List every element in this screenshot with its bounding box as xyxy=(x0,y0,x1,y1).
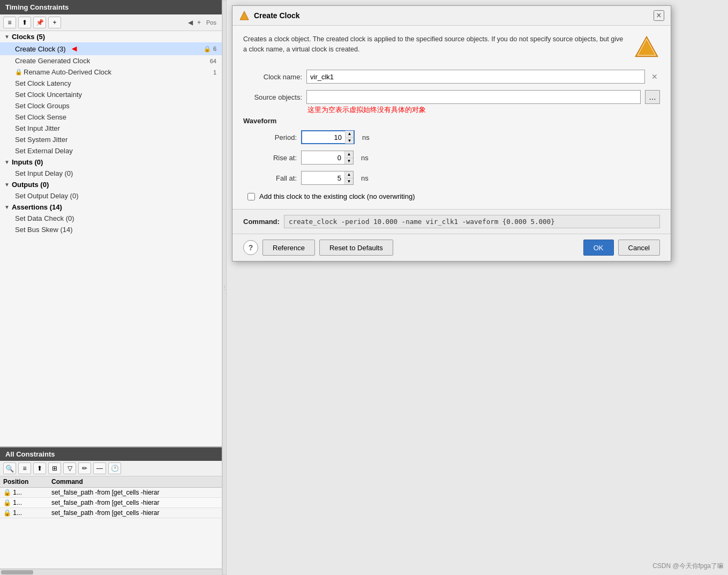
lock-icon: 🔒 xyxy=(204,46,211,53)
scroll-right-button[interactable]: + xyxy=(196,18,202,27)
footer-left: ? Reference Reset to Defaults xyxy=(243,240,393,256)
help-button[interactable]: ? xyxy=(243,240,258,255)
expand-button[interactable]: ⬆ xyxy=(33,462,46,474)
filter2-button[interactable]: ▽ xyxy=(63,462,76,474)
period-down-button[interactable]: ▼ xyxy=(345,138,354,144)
tree-item-set-external-delay[interactable]: Set External Delay xyxy=(0,145,222,156)
scroll-left-button[interactable]: ◀ xyxy=(187,18,194,27)
fall-spinbox[interactable]: ▲ ▼ xyxy=(301,171,354,185)
period-up-button[interactable]: ▲ xyxy=(345,131,354,138)
rise-spinbox[interactable]: ▲ ▼ xyxy=(301,151,354,165)
tree-item-label: Set External Delay xyxy=(15,147,73,155)
bottom-toolbar: 🔍 ≡ ⬆ ⊞ ▽ ✏ — 🕐 xyxy=(0,461,222,476)
waveform-section: Waveform Period: ▲ ▼ ns xyxy=(243,117,660,185)
footer-right: OK Cancel xyxy=(583,240,660,256)
cell-command: set_false_path -from [get_cells -hierar xyxy=(48,508,222,518)
horizontal-scrollbar[interactable] xyxy=(0,569,222,575)
chevron-icon: ▼ xyxy=(4,182,10,188)
dialog-body: Creates a clock object. The created cloc… xyxy=(232,26,671,209)
clock-name-row: Clock name: ✕ xyxy=(243,70,660,84)
scrollbar-thumb[interactable] xyxy=(1,570,33,574)
fall-down-button[interactable]: ▼ xyxy=(344,178,353,185)
rise-down-button[interactable]: ▼ xyxy=(344,158,353,165)
pin-button[interactable]: 📌 xyxy=(33,17,46,28)
vertical-splitter[interactable]: ⋮ xyxy=(222,0,227,575)
tree-item-set-clock-groups[interactable]: Set Clock Groups xyxy=(0,100,222,111)
inputs-label: Inputs (0) xyxy=(12,158,43,166)
tree-item-set-clock-uncertainty[interactable]: Set Clock Uncertainty xyxy=(0,89,222,100)
reference-button[interactable]: Reference xyxy=(262,240,315,256)
filter-button[interactable]: ⊞ xyxy=(48,462,61,474)
source-objects-row: Source objects: … 这里为空表示虚拟始终没有具体的对象 xyxy=(243,90,660,104)
tree-item-label: Set Clock Latency xyxy=(15,79,71,87)
table-row[interactable]: 🔒 1... set_false_path -from [get_cells -… xyxy=(0,488,222,498)
tree-category-inputs[interactable]: ▼ Inputs (0) xyxy=(0,156,222,168)
create-clock-dialog: Create Clock × Creates a clock object. T… xyxy=(232,5,671,262)
period-spinbox[interactable]: ▲ ▼ xyxy=(301,130,355,144)
outputs-label: Outputs (0) xyxy=(12,181,49,189)
fall-up-button[interactable]: ▲ xyxy=(344,171,353,178)
edit-button[interactable]: ✏ xyxy=(78,462,91,474)
fall-arrows: ▲ ▼ xyxy=(344,171,353,184)
rise-arrows: ▲ ▼ xyxy=(344,151,353,164)
col-command: Command xyxy=(48,476,222,488)
rise-row: Rise at: ▲ ▼ ns xyxy=(254,151,660,165)
tree-scroll: ▼ Clocks (5) Create Clock (3) ◄ 🔒 6 Crea… xyxy=(0,31,222,446)
tree-item-label: Set System Jitter xyxy=(15,136,67,144)
tree-item-label: Set Clock Groups xyxy=(15,102,70,110)
table-row[interactable]: 🔒 1... set_false_path -from [get_cells -… xyxy=(0,498,222,508)
tree-item-label: Set Input Delay (0) xyxy=(15,169,73,177)
tree-item-create-clock[interactable]: Create Clock (3) ◄ 🔒 6 xyxy=(0,42,222,55)
dialog-close-button[interactable]: × xyxy=(654,10,664,21)
panel-toolbar: ≡ ⬆ 📌 + ◀ + Pos xyxy=(0,14,222,31)
expand-all-button[interactable]: ⬆ xyxy=(18,17,31,28)
add-clock-checkbox[interactable] xyxy=(247,193,255,200)
cancel-button[interactable]: Cancel xyxy=(618,240,660,256)
chevron-icon: ▼ xyxy=(4,204,10,210)
tree-item-set-system-jitter[interactable]: Set System Jitter xyxy=(0,134,222,145)
rise-up-button[interactable]: ▲ xyxy=(344,151,353,158)
watermark: CSDN @今天你fpga了嘛 xyxy=(652,562,724,571)
ok-button[interactable]: OK xyxy=(583,240,614,256)
tree-item-set-input-jitter[interactable]: Set Input Jitter xyxy=(0,123,222,134)
rise-input[interactable] xyxy=(302,151,344,164)
fall-input[interactable] xyxy=(302,171,344,184)
vivado-icon xyxy=(239,10,250,21)
col-position: Position xyxy=(0,476,48,488)
source-objects-input[interactable] xyxy=(306,90,641,104)
dialog-title-left: Create Clock xyxy=(239,10,300,21)
tree-category-clocks[interactable]: ▼ Clocks (5) xyxy=(0,31,222,42)
table-row[interactable]: 🔒 1... set_false_path -from [get_cells -… xyxy=(0,508,222,518)
tree-item-rename-auto-derived[interactable]: 🔒 Rename Auto-Derived Clock 1 xyxy=(0,66,222,78)
svg-marker-0 xyxy=(240,11,249,20)
waveform-title: Waveform xyxy=(243,117,660,125)
tree-item-set-input-delay[interactable]: Set Input Delay (0) xyxy=(0,168,222,179)
clear-clock-name-button[interactable]: ✕ xyxy=(649,71,660,82)
clock-name-input[interactable] xyxy=(306,70,645,84)
tree-item-set-clock-sense[interactable]: Set Clock Sense xyxy=(0,111,222,123)
period-input[interactable] xyxy=(302,131,345,144)
add-constraint-button[interactable]: + xyxy=(48,17,61,28)
tree-item-set-data-check[interactable]: Set Data Check (0) xyxy=(0,213,222,224)
fall-unit: ns xyxy=(361,174,369,182)
reset-defaults-button[interactable]: Reset to Defaults xyxy=(319,240,393,256)
tree-item-create-generated-clock[interactable]: Create Generated Clock 64 xyxy=(0,55,222,66)
collapse-button[interactable]: ≡ xyxy=(18,462,31,474)
tree-item-set-clock-latency[interactable]: Set Clock Latency xyxy=(0,78,222,89)
tree-category-assertions[interactable]: ▼ Assertions (14) xyxy=(0,201,222,213)
cell-position: 🔒 1... xyxy=(0,498,48,508)
delete-button[interactable]: — xyxy=(93,462,106,474)
tree-category-outputs[interactable]: ▼ Outputs (0) xyxy=(0,179,222,190)
browse-button[interactable]: … xyxy=(645,90,660,104)
add-clock-label: Add this clock to the existing clock (no… xyxy=(259,192,415,200)
tree-item-set-bus-skew[interactable]: Set Bus Skew (14) xyxy=(0,224,222,235)
tree-item-set-output-delay[interactable]: Set Output Delay (0) xyxy=(0,190,222,201)
description-text: Creates a clock object. The created cloc… xyxy=(243,34,628,55)
lock-icon: 🔒 xyxy=(15,69,22,76)
rise-unit: ns xyxy=(361,154,369,162)
clock-button[interactable]: 🕐 xyxy=(108,462,121,474)
tree-item-label: Create Clock (3) xyxy=(15,45,66,53)
collapse-all-button[interactable]: ≡ xyxy=(3,17,16,28)
cell-position: 🔒 1... xyxy=(0,488,48,498)
search-button[interactable]: 🔍 xyxy=(3,462,16,474)
